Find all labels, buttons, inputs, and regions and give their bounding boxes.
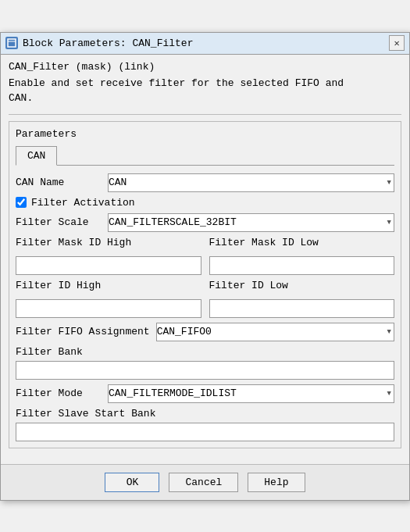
window-title: Block Parameters: CAN_Filter xyxy=(23,37,193,49)
filter-fifo-row: Filter FIFO Assignment CAN_FIFO0 CAN_FIF… xyxy=(16,323,394,341)
filter-id-low-label: Filter ID Low xyxy=(209,280,395,291)
mask-line: CAN_Filter (mask) (link) xyxy=(9,61,401,73)
window-icon xyxy=(5,37,18,49)
filter-activation-label: Filter Activation xyxy=(31,197,135,209)
button-bar: OK Cancel Help xyxy=(1,464,409,500)
cancel-button[interactable]: Cancel xyxy=(169,473,238,492)
filter-mode-select[interactable]: CAN_FILTERMODE_IDLIST CAN_FILTERMODE_IDM… xyxy=(108,384,394,403)
can-name-label: CAN Name xyxy=(16,177,102,188)
filter-slave-start-bank-label: Filter Slave Start Bank xyxy=(16,408,394,420)
title-bar: Block Parameters: CAN_Filter ✕ xyxy=(1,33,409,55)
filter-bank-input[interactable]: 0 xyxy=(16,361,394,380)
filter-id-high-label: Filter ID High xyxy=(16,280,201,291)
tab-bar: CAN xyxy=(16,146,394,166)
filter-mode-row: Filter Mode CAN_FILTERMODE_IDLIST CAN_FI… xyxy=(16,384,394,403)
filter-mask-inputs-row: 2592 0 xyxy=(16,256,394,275)
filter-id-inputs-row: 51193 36740 xyxy=(16,299,394,318)
filter-scale-row: Filter Scale CAN_FILTERSCALE_32BIT CAN_F… xyxy=(16,213,394,232)
filter-slave-start-bank-input[interactable]: 14 xyxy=(16,423,394,441)
help-button[interactable]: Help xyxy=(248,473,305,492)
filter-id-low-input[interactable]: 36740 xyxy=(209,299,395,318)
filter-fifo-select[interactable]: CAN_FIFO0 CAN_FIFO1 xyxy=(156,323,394,341)
filter-activation-checkbox[interactable] xyxy=(16,197,27,208)
filter-id-high-input[interactable]: 51193 xyxy=(16,299,201,318)
filter-scale-select[interactable]: CAN_FILTERSCALE_32BIT CAN_FILTERSCALE_16… xyxy=(108,213,394,232)
filter-scale-label: Filter Scale xyxy=(16,216,102,228)
filter-fifo-label: Filter FIFO Assignment xyxy=(16,326,150,337)
filter-mask-id-low-label: Filter Mask ID Low xyxy=(209,237,395,248)
filter-mask-labels-row: Filter Mask ID High Filter Mask ID Low xyxy=(16,237,394,252)
close-button[interactable]: ✕ xyxy=(389,35,405,51)
ok-button[interactable]: OK xyxy=(105,473,159,492)
parameters-section: Parameters CAN CAN Name CAN CAN1 CAN2 xyxy=(9,121,401,448)
can-name-select[interactable]: CAN CAN1 CAN2 xyxy=(108,173,394,192)
filter-mask-id-high-label: Filter Mask ID High xyxy=(16,237,201,248)
filter-bank-label: Filter Bank xyxy=(16,346,394,358)
svg-rect-0 xyxy=(8,39,16,47)
can-name-row: CAN Name CAN CAN1 CAN2 xyxy=(16,173,394,192)
filter-id-labels-row: Filter ID High Filter ID Low xyxy=(16,280,394,295)
tab-can[interactable]: CAN xyxy=(16,146,57,166)
filter-mask-id-low-input[interactable]: 0 xyxy=(209,256,395,275)
filter-activation-row: Filter Activation xyxy=(16,197,394,209)
section-label: Parameters xyxy=(16,128,394,140)
description: Enable and set receive filter for the se… xyxy=(9,76,401,106)
filter-mode-label: Filter Mode xyxy=(16,387,102,399)
filter-mask-id-high-input[interactable]: 2592 xyxy=(16,256,201,275)
